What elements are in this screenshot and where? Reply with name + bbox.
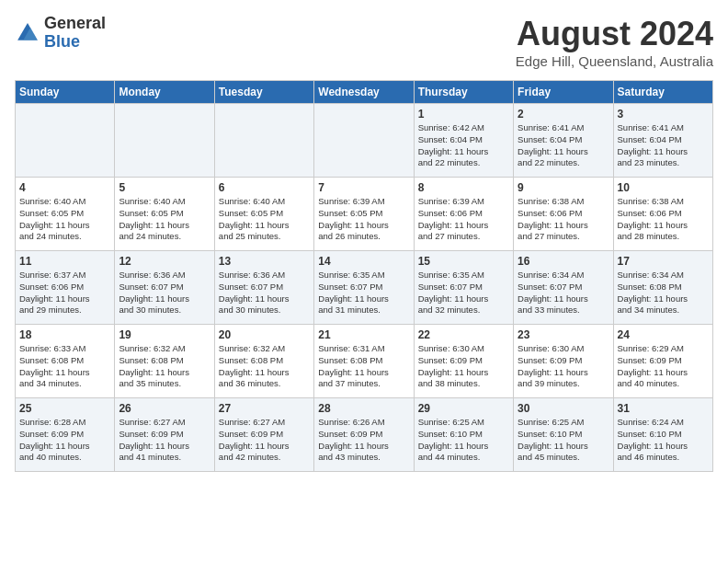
calendar-cell: 19Sunrise: 6:32 AM Sunset: 6:08 PM Dayli… (115, 325, 214, 398)
day-number: 3 (618, 108, 709, 121)
cell-info: Sunrise: 6:29 AM Sunset: 6:09 PM Dayligh… (618, 343, 709, 390)
day-number: 22 (418, 328, 509, 341)
logo: General Blue (15, 15, 106, 52)
calendar-cell (214, 104, 313, 178)
cell-info: Sunrise: 6:36 AM Sunset: 6:07 PM Dayligh… (219, 270, 310, 316)
cell-info: Sunrise: 6:41 AM Sunset: 6:04 PM Dayligh… (518, 122, 609, 169)
cell-info: Sunrise: 6:25 AM Sunset: 6:10 PM Dayligh… (518, 417, 609, 464)
calendar-cell: 28Sunrise: 6:26 AM Sunset: 6:09 PM Dayli… (314, 398, 414, 472)
calendar-cell: 3Sunrise: 6:41 AM Sunset: 6:04 PM Daylig… (613, 104, 712, 178)
location-text: Edge Hill, Queensland, Australia (516, 53, 713, 69)
month-title: August 2024 (516, 15, 713, 53)
calendar-cell: 12Sunrise: 6:36 AM Sunset: 6:07 PM Dayli… (115, 251, 214, 325)
day-number: 16 (518, 255, 609, 268)
calendar-cell: 9Sunrise: 6:38 AM Sunset: 6:06 PM Daylig… (514, 178, 613, 251)
cell-info: Sunrise: 6:31 AM Sunset: 6:08 PM Dayligh… (318, 343, 409, 390)
cell-info: Sunrise: 6:40 AM Sunset: 6:05 PM Dayligh… (19, 196, 110, 243)
cell-info: Sunrise: 6:41 AM Sunset: 6:04 PM Dayligh… (618, 122, 709, 169)
calendar-cell: 14Sunrise: 6:35 AM Sunset: 6:07 PM Dayli… (314, 251, 414, 325)
cell-info: Sunrise: 6:30 AM Sunset: 6:09 PM Dayligh… (418, 343, 509, 390)
calendar-cell: 8Sunrise: 6:39 AM Sunset: 6:06 PM Daylig… (414, 178, 513, 251)
calendar-cell (16, 104, 115, 178)
logo-general-text: General (44, 14, 106, 32)
cell-info: Sunrise: 6:36 AM Sunset: 6:07 PM Dayligh… (119, 270, 210, 316)
calendar-cell: 2Sunrise: 6:41 AM Sunset: 6:04 PM Daylig… (514, 104, 613, 178)
cell-info: Sunrise: 6:42 AM Sunset: 6:04 PM Dayligh… (418, 122, 509, 169)
title-block: August 2024 Edge Hill, Queensland, Austr… (516, 15, 713, 69)
calendar-cell: 27Sunrise: 6:27 AM Sunset: 6:09 PM Dayli… (214, 398, 313, 472)
day-header-tuesday: Tuesday (214, 81, 313, 104)
calendar-cell: 22Sunrise: 6:30 AM Sunset: 6:09 PM Dayli… (414, 325, 513, 398)
day-number: 12 (119, 255, 210, 268)
day-header-monday: Monday (115, 81, 214, 104)
day-header-friday: Friday (514, 81, 613, 104)
day-number: 19 (119, 328, 210, 341)
logo-icon (15, 20, 40, 46)
calendar-table: SundayMondayTuesdayWednesdayThursdayFrid… (15, 80, 713, 472)
day-number: 14 (318, 255, 409, 268)
calendar-cell: 24Sunrise: 6:29 AM Sunset: 6:09 PM Dayli… (613, 325, 712, 398)
day-number: 29 (418, 402, 509, 415)
cell-info: Sunrise: 6:26 AM Sunset: 6:09 PM Dayligh… (318, 417, 409, 464)
day-number: 13 (219, 255, 310, 268)
calendar-cell: 31Sunrise: 6:24 AM Sunset: 6:10 PM Dayli… (613, 398, 712, 472)
cell-info: Sunrise: 6:30 AM Sunset: 6:09 PM Dayligh… (518, 343, 609, 390)
day-number: 23 (518, 328, 609, 341)
calendar-cell: 18Sunrise: 6:33 AM Sunset: 6:08 PM Dayli… (16, 325, 115, 398)
day-number: 26 (119, 402, 210, 415)
cell-info: Sunrise: 6:33 AM Sunset: 6:08 PM Dayligh… (19, 343, 110, 390)
logo-blue-text: Blue (44, 32, 80, 51)
day-number: 20 (219, 328, 310, 341)
calendar-cell: 10Sunrise: 6:38 AM Sunset: 6:06 PM Dayli… (613, 178, 712, 251)
calendar-cell: 16Sunrise: 6:34 AM Sunset: 6:07 PM Dayli… (514, 251, 613, 325)
calendar-cell: 20Sunrise: 6:32 AM Sunset: 6:08 PM Dayli… (214, 325, 313, 398)
cell-info: Sunrise: 6:24 AM Sunset: 6:10 PM Dayligh… (618, 417, 709, 464)
calendar-cell: 23Sunrise: 6:30 AM Sunset: 6:09 PM Dayli… (514, 325, 613, 398)
cell-info: Sunrise: 6:35 AM Sunset: 6:07 PM Dayligh… (318, 270, 409, 316)
calendar-cell: 7Sunrise: 6:39 AM Sunset: 6:05 PM Daylig… (314, 178, 414, 251)
day-header-wednesday: Wednesday (314, 81, 414, 104)
calendar-header-row: SundayMondayTuesdayWednesdayThursdayFrid… (16, 81, 713, 104)
calendar-cell: 30Sunrise: 6:25 AM Sunset: 6:10 PM Dayli… (514, 398, 613, 472)
day-number: 5 (119, 181, 210, 194)
calendar-week-row: 25Sunrise: 6:28 AM Sunset: 6:09 PM Dayli… (16, 398, 713, 472)
calendar-cell: 13Sunrise: 6:36 AM Sunset: 6:07 PM Dayli… (214, 251, 313, 325)
day-number: 28 (318, 402, 409, 415)
day-number: 25 (19, 402, 110, 415)
calendar-cell: 25Sunrise: 6:28 AM Sunset: 6:09 PM Dayli… (16, 398, 115, 472)
calendar-cell: 6Sunrise: 6:40 AM Sunset: 6:05 PM Daylig… (214, 178, 313, 251)
calendar-cell (115, 104, 214, 178)
page-header: General Blue August 2024 Edge Hill, Quee… (15, 15, 713, 69)
calendar-cell: 21Sunrise: 6:31 AM Sunset: 6:08 PM Dayli… (314, 325, 414, 398)
calendar-cell: 26Sunrise: 6:27 AM Sunset: 6:09 PM Dayli… (115, 398, 214, 472)
calendar-cell: 5Sunrise: 6:40 AM Sunset: 6:05 PM Daylig… (115, 178, 214, 251)
cell-info: Sunrise: 6:34 AM Sunset: 6:07 PM Dayligh… (518, 270, 609, 316)
cell-info: Sunrise: 6:39 AM Sunset: 6:06 PM Dayligh… (418, 196, 509, 243)
day-number: 21 (318, 328, 409, 341)
cell-info: Sunrise: 6:25 AM Sunset: 6:10 PM Dayligh… (418, 417, 509, 464)
cell-info: Sunrise: 6:32 AM Sunset: 6:08 PM Dayligh… (219, 343, 310, 390)
day-number: 30 (518, 402, 609, 415)
cell-info: Sunrise: 6:38 AM Sunset: 6:06 PM Dayligh… (518, 196, 609, 243)
day-number: 10 (618, 181, 709, 194)
day-number: 6 (219, 181, 310, 194)
day-number: 18 (19, 328, 110, 341)
calendar-week-row: 18Sunrise: 6:33 AM Sunset: 6:08 PM Dayli… (16, 325, 713, 398)
calendar-cell: 17Sunrise: 6:34 AM Sunset: 6:08 PM Dayli… (613, 251, 712, 325)
day-number: 9 (518, 181, 609, 194)
calendar-cell: 11Sunrise: 6:37 AM Sunset: 6:06 PM Dayli… (16, 251, 115, 325)
day-number: 4 (19, 181, 110, 194)
cell-info: Sunrise: 6:27 AM Sunset: 6:09 PM Dayligh… (219, 417, 310, 464)
day-number: 2 (518, 108, 609, 121)
cell-info: Sunrise: 6:38 AM Sunset: 6:06 PM Dayligh… (618, 196, 709, 243)
calendar-week-row: 1Sunrise: 6:42 AM Sunset: 6:04 PM Daylig… (16, 104, 713, 178)
day-number: 27 (219, 402, 310, 415)
day-header-sunday: Sunday (16, 81, 115, 104)
cell-info: Sunrise: 6:34 AM Sunset: 6:08 PM Dayligh… (618, 270, 709, 316)
cell-info: Sunrise: 6:40 AM Sunset: 6:05 PM Dayligh… (219, 196, 310, 243)
day-header-saturday: Saturday (613, 81, 712, 104)
day-number: 11 (19, 255, 110, 268)
cell-info: Sunrise: 6:37 AM Sunset: 6:06 PM Dayligh… (19, 270, 110, 316)
day-number: 7 (318, 181, 409, 194)
cell-info: Sunrise: 6:39 AM Sunset: 6:05 PM Dayligh… (318, 196, 409, 243)
